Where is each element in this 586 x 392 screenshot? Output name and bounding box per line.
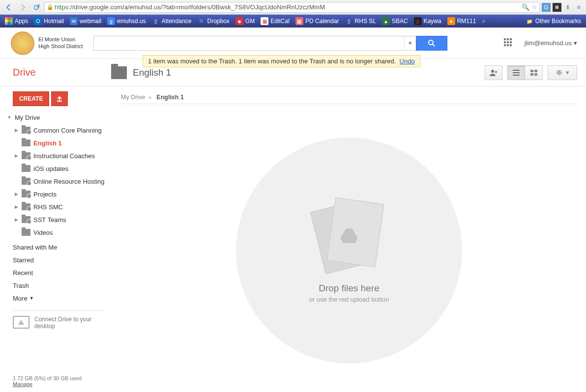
bookmark-item[interactable]: ▦EditCal [259, 17, 292, 26]
expand-arrow-icon[interactable]: ▶ [14, 204, 19, 209]
address-bar[interactable]: 🔒 https ://drive.google.com/a/emuhsd.us/… [44, 2, 540, 13]
breadcrumb-root[interactable]: My Drive [121, 94, 145, 101]
expand-arrow-icon[interactable]: ▶ [14, 128, 19, 133]
apps-launcher[interactable] [504, 38, 514, 48]
folder-icon: 📁 [526, 17, 533, 25]
drive-logo[interactable]: Drive [0, 67, 111, 78]
folder-icon [111, 66, 127, 79]
chevron-down-icon: ▼ [29, 296, 34, 301]
doc-icon: ▯ [152, 17, 160, 25]
bookmark-item[interactable]: ▯RHS SL [343, 17, 378, 26]
other-bookmarks[interactable]: 📁Other Bookmarks [524, 17, 583, 26]
bookmark-item[interactable]: OHotmail [32, 17, 66, 26]
reload-button[interactable] [30, 2, 42, 13]
tree-folder[interactable]: ▶Common Core Planning [14, 124, 111, 137]
drop-zone[interactable]: Drop files here or use the red upload bu… [121, 109, 577, 392]
svg-point-2 [491, 70, 494, 73]
bookmark-item[interactable]: ◎Kaywa [412, 17, 443, 26]
zoom-icon[interactable]: 🔍 [522, 3, 529, 11]
bookmark-item[interactable]: ⧉Dropbox [195, 17, 231, 26]
tree-folder[interactable]: Online Resource Hosting [14, 175, 111, 188]
expand-arrow-icon[interactable]: ▶ [14, 153, 19, 158]
chevron-down-icon: ▾ [574, 39, 577, 47]
bookmark-item[interactable]: gemuhsd.us [105, 17, 148, 26]
drive-logo-icon [340, 227, 358, 243]
breadcrumb: My Drive ▸ English 1 [121, 93, 577, 104]
create-button[interactable]: CREATE [13, 91, 49, 106]
tree-folder[interactable]: ▶Instructional Coaches [14, 149, 111, 162]
tree-folder[interactable]: ▶Projects [14, 188, 111, 200]
nav-shared[interactable]: Shared with Me [13, 241, 111, 253]
monitor-icon [13, 316, 29, 329]
svg-point-10 [558, 71, 560, 73]
view-toggle [507, 65, 543, 80]
search-button[interactable] [416, 36, 447, 51]
bookmarks-bar: Apps OHotmail ✉webmail gemuhsd.us ▯Atten… [0, 15, 586, 28]
search-input[interactable]: ▾ [93, 36, 416, 51]
settings-button[interactable]: ▾ [548, 65, 577, 80]
drop-subtitle: or use the red upload button [309, 296, 389, 303]
bookmark-item[interactable]: ▲SBAC [380, 17, 410, 26]
browser-toolbar: 🔒 https ://drive.google.com/a/emuhsd.us/… [0, 0, 586, 15]
toast-text: 1 item was moved to the Trash. 1 item wa… [148, 57, 396, 65]
shared-folder-icon [22, 216, 30, 223]
search-icon [428, 39, 436, 47]
shared-folder-icon [22, 127, 30, 134]
shared-folder-icon [22, 191, 30, 197]
list-icon [513, 70, 520, 76]
back-button[interactable] [3, 2, 15, 13]
org-logo[interactable]: El Monte Union High Shool District [0, 28, 93, 59]
bookmark-item[interactable]: ■GM [234, 17, 257, 26]
org-name: El Monte Union High Shool District [38, 36, 83, 49]
bookmark-apps[interactable]: Apps [3, 17, 30, 26]
nav-more[interactable]: More ▼ [13, 292, 111, 305]
tree-folder[interactable]: ▶SST Teams [14, 213, 111, 226]
expand-arrow-icon[interactable]: ▶ [14, 217, 19, 222]
chevron-right-icon: ▸ [149, 93, 152, 101]
notification-toast: 1 item was moved to the Trash. 1 item wa… [143, 55, 420, 67]
undo-link[interactable]: Undo [400, 57, 415, 65]
tree-folder[interactable]: English 1 [14, 137, 111, 149]
divider [121, 104, 577, 104]
pd-icon: ▦ [295, 17, 303, 25]
dropbox-icon: ⧉ [197, 17, 205, 25]
mail-icon: ✉ [70, 17, 78, 25]
download-icon[interactable]: ⬇ [563, 3, 572, 12]
upload-button[interactable] [51, 91, 68, 106]
list-view-button[interactable] [507, 65, 525, 80]
share-button[interactable] [485, 65, 502, 80]
tree-folder[interactable]: ▶RHS SMC [14, 200, 111, 213]
nav-recent[interactable]: Recent [13, 266, 111, 279]
tree-root[interactable]: ▼ My Drive [7, 111, 111, 124]
svg-line-1 [433, 44, 435, 46]
nav-starred[interactable]: Starred [13, 253, 111, 266]
svg-rect-3 [513, 70, 520, 71]
svg-rect-5 [513, 75, 520, 76]
connect-desktop[interactable]: Connect Drive to your desktop [13, 310, 104, 330]
nav-trash[interactable]: Trash [13, 279, 111, 292]
expand-arrow-icon[interactable]: ▼ [7, 115, 12, 120]
bookmark-item[interactable]: ▯Attendance [150, 17, 194, 26]
extension-icon[interactable]: G [542, 3, 551, 12]
bookmark-item[interactable]: ✉webmail [68, 17, 103, 26]
grid-view-button[interactable] [525, 65, 543, 80]
documents-illustration-icon [317, 198, 381, 272]
gear-icon [556, 69, 563, 76]
tree-folder[interactable]: iOS updates [14, 162, 111, 175]
tree-label: Instructional Coaches [33, 152, 95, 160]
kaywa-icon: ◎ [414, 17, 422, 25]
qr-icon[interactable]: ▦ [553, 3, 561, 12]
bookmark-item[interactable]: ▦PD Calendar [293, 17, 341, 26]
account-menu[interactable]: jlim@emuhsd.us ▾ [525, 39, 577, 47]
svg-rect-9 [534, 73, 537, 76]
folder-icon [22, 140, 30, 146]
expand-arrow-icon[interactable]: ▶ [14, 192, 19, 196]
star-icon[interactable]: ☆ [531, 3, 537, 11]
menu-icon[interactable]: ≡ [574, 3, 583, 12]
forward-button[interactable] [17, 2, 29, 13]
tree-folder[interactable]: Videos [14, 226, 111, 239]
manage-link[interactable]: Manage [13, 381, 32, 387]
bookmark-overflow[interactable]: » [480, 17, 487, 25]
bookmark-item[interactable]: ★RM111 [445, 17, 478, 26]
search-dropdown[interactable]: ▾ [404, 36, 416, 50]
